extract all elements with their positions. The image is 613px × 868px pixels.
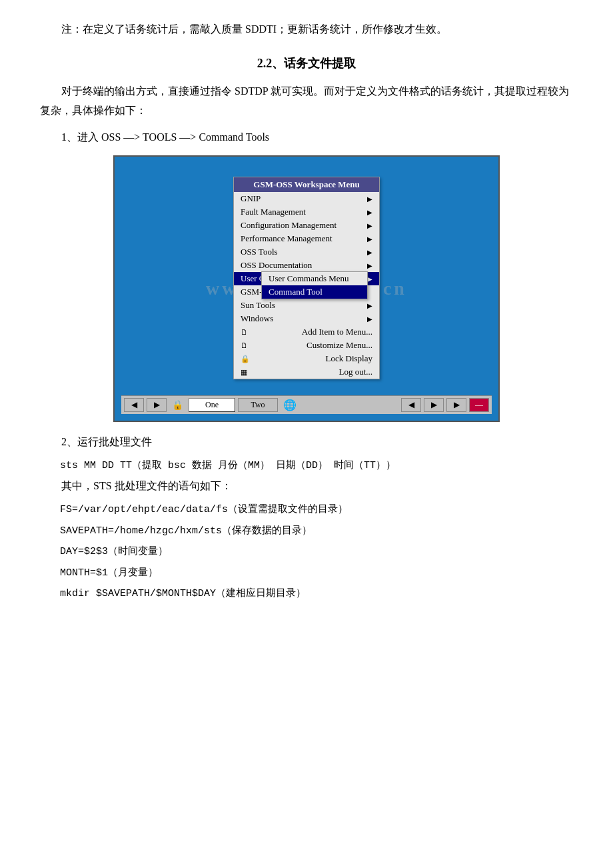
- menu-item-additem-label: Add Item to Menu...: [302, 327, 372, 337]
- menu-item-windows-label: Windows: [241, 313, 273, 324]
- menu-item-usercommands-arrow: ▶: [367, 275, 372, 283]
- section-title: 2.2、话务文件提取: [40, 55, 573, 71]
- menu-item-config-arrow: ▶: [367, 222, 372, 229]
- logout-icon: ▦: [241, 368, 247, 377]
- menu-item-gnip-label: GNIP: [241, 193, 261, 204]
- menu-item-gnip[interactable]: GNIP ▶: [234, 192, 379, 205]
- menu-item-suntools-arrow: ▶: [367, 302, 372, 309]
- submenu-item-commandtool-label: Command Tool: [269, 287, 322, 297]
- screenshot-container: www.OOXX.com.cn GSM-OSS Workspace Menu G…: [113, 155, 500, 422]
- menu-item-perf-label: Performance Management: [241, 233, 332, 244]
- code-line-1: FS=/var/opt/ehpt/eac/data/fs（设置需提取文件的目录）: [60, 501, 573, 519]
- taskbar-left-arrow2[interactable]: ▶: [147, 398, 167, 412]
- menu-item-customize-label: Customize Menu...: [306, 340, 372, 351]
- taskbar-right-arrow1[interactable]: ◀: [401, 398, 421, 412]
- submenu-item-usercommandsmenu[interactable]: User Commands Menu: [262, 272, 367, 285]
- menu-item-fault[interactable]: Fault Management ▶: [234, 205, 379, 219]
- submenu-item-commandtool[interactable]: Command Tool: [262, 285, 367, 299]
- menu-item-windows-arrow: ▶: [367, 315, 372, 323]
- taskbar-tab-one[interactable]: One: [189, 398, 235, 412]
- menu-item-lockdisplay-label: Lock Display: [326, 353, 372, 364]
- customize-icon: 🗋: [241, 341, 248, 349]
- menu-item-config[interactable]: Configuration Management ▶: [234, 219, 379, 232]
- code-block: FS=/var/opt/ehpt/eac/data/fs（设置需提取文件的目录）…: [40, 501, 573, 603]
- menu-item-logout-label: Log out...: [338, 367, 372, 377]
- code-line-3: DAY=$2$3（时间变量）: [60, 543, 573, 561]
- menu-header: GSM-OSS Workspace Menu: [234, 177, 379, 192]
- taskbar-right-arrow2[interactable]: ▶: [424, 398, 444, 412]
- taskbar-red-btn[interactable]: —: [469, 398, 489, 412]
- menu-item-gnip-arrow: ▶: [367, 195, 372, 203]
- menu-item-ossdoc[interactable]: OSS Documentation ▶: [234, 259, 379, 272]
- menu-item-osstools[interactable]: OSS Tools ▶: [234, 245, 379, 259]
- code-line-5: mkdir $SAVEPATH/$MONTH$DAY（建相应日期目录）: [60, 585, 573, 603]
- step2-label: 2、运行批处理文件: [61, 433, 573, 452]
- menu-item-ossdoc-label: OSS Documentation: [241, 260, 312, 271]
- menu-item-fault-label: Fault Management: [241, 207, 306, 217]
- note-text: 注：在定义了话务统计后，需敲入质量 SDDTI；更新话务统计，所作修改才生效。: [40, 20, 573, 39]
- taskbar-right-arrow3[interactable]: ▶: [446, 398, 466, 412]
- menu-item-osstools-label: OSS Tools: [241, 247, 278, 257]
- code-line-4: MONTH=$1（月变量）: [60, 565, 573, 582]
- menu-item-perf[interactable]: Performance Management ▶: [234, 232, 379, 245]
- menu-item-osstools-arrow: ▶: [367, 249, 372, 256]
- code-line-2: SAVEPATH=/home/hzgc/hxm/sts（保存数据的目录）: [60, 523, 573, 540]
- menu-area: GSM-OSS Workspace Menu GNIP ▶ Fault Mana…: [121, 170, 492, 393]
- menu-item-additem[interactable]: 🗋 Add Item to Menu...: [234, 325, 379, 339]
- taskbar-left-arrow1[interactable]: ◀: [124, 398, 144, 412]
- menu-item-suntools[interactable]: Sun Tools ▶: [234, 299, 379, 312]
- lock-display-icon: 🔒: [241, 355, 250, 363]
- intro-para1: 对于终端的输出方式，直接通过指令 SDTDP 就可实现。而对于定义为文件格式的话…: [40, 82, 573, 121]
- taskbar: ◀ ▶ 🔒 One Two 🌐 ◀ ▶ ▶ —: [121, 395, 492, 414]
- menu-item-fault-arrow: ▶: [367, 209, 372, 216]
- taskbar-lock-icon: 🔒: [169, 398, 186, 412]
- menu-item-lockdisplay[interactable]: 🔒 Lock Display: [234, 352, 379, 365]
- submenu: User Commands Menu Command Tool: [261, 271, 368, 299]
- taskbar-globe-icon: 🌐: [281, 397, 299, 413]
- step2-note: 其中，STS 批处理文件的语句如下：: [40, 477, 573, 496]
- submenu-item-usercommandsmenu-label: User Commands Menu: [269, 273, 349, 284]
- menu-item-customize[interactable]: 🗋 Customize Menu...: [234, 339, 379, 352]
- step1-label: 1、进入 OSS —> TOOLS —> Command Tools: [61, 128, 573, 147]
- menu-item-ossdoc-arrow: ▶: [367, 262, 372, 269]
- menu-item-windows[interactable]: Windows ▶: [234, 312, 379, 325]
- menu-item-logout[interactable]: ▦ Log out...: [234, 365, 379, 379]
- menu-item-config-label: Configuration Management: [241, 220, 336, 231]
- add-item-icon: 🗋: [241, 328, 248, 336]
- taskbar-tab-two[interactable]: Two: [238, 398, 278, 412]
- step2-cmd: sts MM DD TT（提取 bsc 数据 月份（MM） 日期（DD） 时间（…: [60, 457, 573, 475]
- menu-item-suntools-label: Sun Tools: [241, 300, 275, 311]
- menu-item-perf-arrow: ▶: [367, 235, 372, 243]
